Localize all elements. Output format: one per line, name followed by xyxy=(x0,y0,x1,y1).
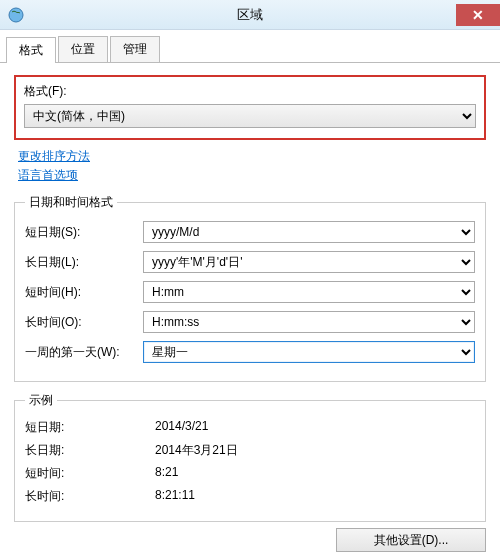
region-icon xyxy=(8,7,24,23)
ex-short-date-value: 2014/3/21 xyxy=(155,419,208,436)
close-window-button[interactable]: ✕ xyxy=(456,4,500,26)
window-title: 区域 xyxy=(237,6,263,24)
language-prefs-link[interactable]: 语言首选项 xyxy=(18,167,486,184)
ex-long-time-label: 长时间: xyxy=(25,488,155,505)
ex-short-time-label: 短时间: xyxy=(25,465,155,482)
format-label: 格式(F): xyxy=(24,83,476,100)
short-date-label: 短日期(S): xyxy=(25,224,143,241)
titlebar: 区域 ✕ xyxy=(0,0,500,30)
datetime-format-group: 日期和时间格式 短日期(S): yyyy/M/d 长日期(L): yyyy'年'… xyxy=(14,194,486,382)
short-time-select[interactable]: H:mm xyxy=(143,281,475,303)
other-settings-button[interactable]: 其他设置(D)... xyxy=(336,528,486,552)
content-panel: 格式(F): 中文(简体，中国) 更改排序方法 语言首选项 日期和时间格式 短日… xyxy=(0,63,500,556)
first-day-select[interactable]: 星期一 xyxy=(143,341,475,363)
short-time-label: 短时间(H): xyxy=(25,284,143,301)
format-select[interactable]: 中文(简体，中国) xyxy=(24,104,476,128)
tab-format[interactable]: 格式 xyxy=(6,37,56,63)
format-highlight-box: 格式(F): 中文(简体，中国) xyxy=(14,75,486,140)
first-day-label: 一周的第一天(W): xyxy=(25,344,143,361)
short-date-select[interactable]: yyyy/M/d xyxy=(143,221,475,243)
ex-short-time-value: 8:21 xyxy=(155,465,178,482)
tabstrip: 格式 位置 管理 xyxy=(0,30,500,63)
tab-admin[interactable]: 管理 xyxy=(110,36,160,62)
long-time-select[interactable]: H:mm:ss xyxy=(143,311,475,333)
ex-long-date-value: 2014年3月21日 xyxy=(155,442,238,459)
ex-long-date-label: 长日期: xyxy=(25,442,155,459)
change-sort-link[interactable]: 更改排序方法 xyxy=(18,148,486,165)
ex-short-date-label: 短日期: xyxy=(25,419,155,436)
link-group: 更改排序方法 语言首选项 xyxy=(14,148,486,184)
close-icon: ✕ xyxy=(472,7,484,23)
example-legend: 示例 xyxy=(25,392,57,409)
long-date-label: 长日期(L): xyxy=(25,254,143,271)
tab-location[interactable]: 位置 xyxy=(58,36,108,62)
inner-button-bar: 其他设置(D)... xyxy=(14,528,486,552)
long-time-label: 长时间(O): xyxy=(25,314,143,331)
long-date-select[interactable]: yyyy'年'M'月'd'日' xyxy=(143,251,475,273)
ex-long-time-value: 8:21:11 xyxy=(155,488,195,505)
example-group: 示例 短日期: 2014/3/21 长日期: 2014年3月21日 短时间: 8… xyxy=(14,392,486,522)
datetime-legend: 日期和时间格式 xyxy=(25,194,117,211)
